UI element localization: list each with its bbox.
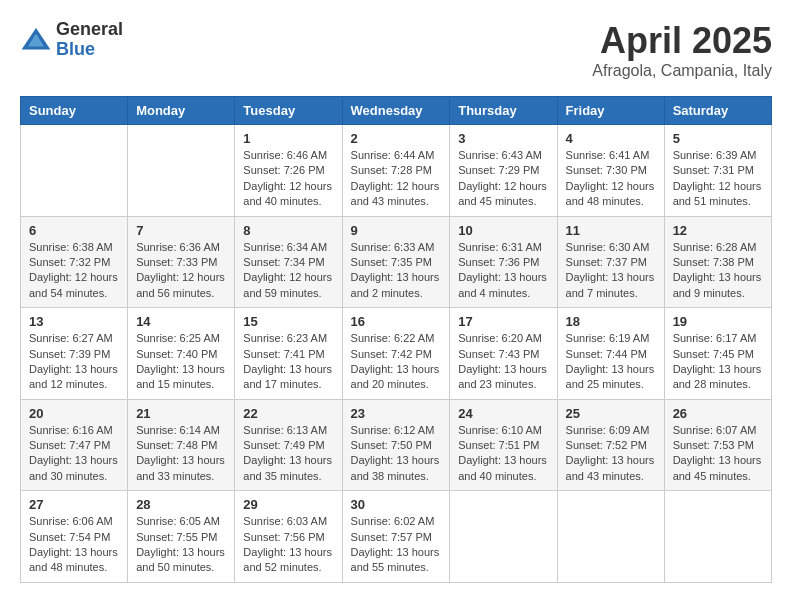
- calendar-cell: 6Sunrise: 6:38 AM Sunset: 7:32 PM Daylig…: [21, 216, 128, 308]
- header-day: Sunday: [21, 97, 128, 125]
- day-info: Sunrise: 6:43 AM Sunset: 7:29 PM Dayligh…: [458, 148, 548, 210]
- day-info: Sunrise: 6:23 AM Sunset: 7:41 PM Dayligh…: [243, 331, 333, 393]
- calendar-cell: 29Sunrise: 6:03 AM Sunset: 7:56 PM Dayli…: [235, 491, 342, 583]
- day-info: Sunrise: 6:16 AM Sunset: 7:47 PM Dayligh…: [29, 423, 119, 485]
- day-info: Sunrise: 6:39 AM Sunset: 7:31 PM Dayligh…: [673, 148, 763, 210]
- calendar-cell: 22Sunrise: 6:13 AM Sunset: 7:49 PM Dayli…: [235, 399, 342, 491]
- header-day: Saturday: [664, 97, 771, 125]
- calendar-cell: 1Sunrise: 6:46 AM Sunset: 7:26 PM Daylig…: [235, 125, 342, 217]
- calendar-cell: 7Sunrise: 6:36 AM Sunset: 7:33 PM Daylig…: [128, 216, 235, 308]
- day-info: Sunrise: 6:27 AM Sunset: 7:39 PM Dayligh…: [29, 331, 119, 393]
- calendar-cell: 27Sunrise: 6:06 AM Sunset: 7:54 PM Dayli…: [21, 491, 128, 583]
- calendar-cell: 28Sunrise: 6:05 AM Sunset: 7:55 PM Dayli…: [128, 491, 235, 583]
- day-number: 15: [243, 314, 333, 329]
- calendar-cell: [450, 491, 557, 583]
- day-info: Sunrise: 6:46 AM Sunset: 7:26 PM Dayligh…: [243, 148, 333, 210]
- calendar-cell: 10Sunrise: 6:31 AM Sunset: 7:36 PM Dayli…: [450, 216, 557, 308]
- day-number: 7: [136, 223, 226, 238]
- calendar-cell: 24Sunrise: 6:10 AM Sunset: 7:51 PM Dayli…: [450, 399, 557, 491]
- day-number: 10: [458, 223, 548, 238]
- calendar-cell: 14Sunrise: 6:25 AM Sunset: 7:40 PM Dayli…: [128, 308, 235, 400]
- calendar-cell: 20Sunrise: 6:16 AM Sunset: 7:47 PM Dayli…: [21, 399, 128, 491]
- day-number: 22: [243, 406, 333, 421]
- day-info: Sunrise: 6:41 AM Sunset: 7:30 PM Dayligh…: [566, 148, 656, 210]
- day-info: Sunrise: 6:02 AM Sunset: 7:57 PM Dayligh…: [351, 514, 442, 576]
- day-info: Sunrise: 6:14 AM Sunset: 7:48 PM Dayligh…: [136, 423, 226, 485]
- day-info: Sunrise: 6:34 AM Sunset: 7:34 PM Dayligh…: [243, 240, 333, 302]
- day-info: Sunrise: 6:22 AM Sunset: 7:42 PM Dayligh…: [351, 331, 442, 393]
- calendar-cell: 18Sunrise: 6:19 AM Sunset: 7:44 PM Dayli…: [557, 308, 664, 400]
- day-number: 8: [243, 223, 333, 238]
- calendar-cell: 19Sunrise: 6:17 AM Sunset: 7:45 PM Dayli…: [664, 308, 771, 400]
- calendar-week-row: 6Sunrise: 6:38 AM Sunset: 7:32 PM Daylig…: [21, 216, 772, 308]
- calendar-cell: 3Sunrise: 6:43 AM Sunset: 7:29 PM Daylig…: [450, 125, 557, 217]
- day-info: Sunrise: 6:05 AM Sunset: 7:55 PM Dayligh…: [136, 514, 226, 576]
- day-info: Sunrise: 6:09 AM Sunset: 7:52 PM Dayligh…: [566, 423, 656, 485]
- day-info: Sunrise: 6:38 AM Sunset: 7:32 PM Dayligh…: [29, 240, 119, 302]
- calendar-week-row: 13Sunrise: 6:27 AM Sunset: 7:39 PM Dayli…: [21, 308, 772, 400]
- calendar-cell: 13Sunrise: 6:27 AM Sunset: 7:39 PM Dayli…: [21, 308, 128, 400]
- day-info: Sunrise: 6:33 AM Sunset: 7:35 PM Dayligh…: [351, 240, 442, 302]
- calendar-table: SundayMondayTuesdayWednesdayThursdayFrid…: [20, 96, 772, 583]
- day-number: 27: [29, 497, 119, 512]
- logo-text: General Blue: [56, 20, 123, 60]
- calendar-cell: 15Sunrise: 6:23 AM Sunset: 7:41 PM Dayli…: [235, 308, 342, 400]
- day-number: 1: [243, 131, 333, 146]
- header-day: Friday: [557, 97, 664, 125]
- day-info: Sunrise: 6:03 AM Sunset: 7:56 PM Dayligh…: [243, 514, 333, 576]
- day-number: 18: [566, 314, 656, 329]
- calendar-cell: 23Sunrise: 6:12 AM Sunset: 7:50 PM Dayli…: [342, 399, 450, 491]
- day-info: Sunrise: 6:36 AM Sunset: 7:33 PM Dayligh…: [136, 240, 226, 302]
- calendar-cell: 21Sunrise: 6:14 AM Sunset: 7:48 PM Dayli…: [128, 399, 235, 491]
- day-number: 2: [351, 131, 442, 146]
- calendar-cell: 16Sunrise: 6:22 AM Sunset: 7:42 PM Dayli…: [342, 308, 450, 400]
- logo: General Blue: [20, 20, 123, 60]
- calendar-cell: [21, 125, 128, 217]
- logo-blue: Blue: [56, 40, 123, 60]
- header-day: Monday: [128, 97, 235, 125]
- day-number: 12: [673, 223, 763, 238]
- day-info: Sunrise: 6:13 AM Sunset: 7:49 PM Dayligh…: [243, 423, 333, 485]
- day-info: Sunrise: 6:17 AM Sunset: 7:45 PM Dayligh…: [673, 331, 763, 393]
- day-number: 19: [673, 314, 763, 329]
- day-number: 3: [458, 131, 548, 146]
- day-number: 4: [566, 131, 656, 146]
- calendar-cell: 30Sunrise: 6:02 AM Sunset: 7:57 PM Dayli…: [342, 491, 450, 583]
- day-number: 21: [136, 406, 226, 421]
- header-day: Tuesday: [235, 97, 342, 125]
- logo-icon: [20, 24, 52, 56]
- calendar-body: 1Sunrise: 6:46 AM Sunset: 7:26 PM Daylig…: [21, 125, 772, 583]
- calendar-cell: 8Sunrise: 6:34 AM Sunset: 7:34 PM Daylig…: [235, 216, 342, 308]
- day-number: 20: [29, 406, 119, 421]
- day-info: Sunrise: 6:07 AM Sunset: 7:53 PM Dayligh…: [673, 423, 763, 485]
- calendar-cell: 17Sunrise: 6:20 AM Sunset: 7:43 PM Dayli…: [450, 308, 557, 400]
- day-info: Sunrise: 6:30 AM Sunset: 7:37 PM Dayligh…: [566, 240, 656, 302]
- calendar-cell: [664, 491, 771, 583]
- calendar-cell: [557, 491, 664, 583]
- day-info: Sunrise: 6:06 AM Sunset: 7:54 PM Dayligh…: [29, 514, 119, 576]
- day-number: 25: [566, 406, 656, 421]
- location: Afragola, Campania, Italy: [592, 62, 772, 80]
- day-number: 30: [351, 497, 442, 512]
- month-title: April 2025: [592, 20, 772, 62]
- calendar-cell: 25Sunrise: 6:09 AM Sunset: 7:52 PM Dayli…: [557, 399, 664, 491]
- day-info: Sunrise: 6:20 AM Sunset: 7:43 PM Dayligh…: [458, 331, 548, 393]
- day-number: 16: [351, 314, 442, 329]
- day-number: 29: [243, 497, 333, 512]
- day-number: 5: [673, 131, 763, 146]
- day-info: Sunrise: 6:25 AM Sunset: 7:40 PM Dayligh…: [136, 331, 226, 393]
- day-number: 28: [136, 497, 226, 512]
- title-area: April 2025 Afragola, Campania, Italy: [592, 20, 772, 80]
- calendar-cell: 5Sunrise: 6:39 AM Sunset: 7:31 PM Daylig…: [664, 125, 771, 217]
- day-number: 6: [29, 223, 119, 238]
- day-info: Sunrise: 6:44 AM Sunset: 7:28 PM Dayligh…: [351, 148, 442, 210]
- day-number: 26: [673, 406, 763, 421]
- calendar-cell: 9Sunrise: 6:33 AM Sunset: 7:35 PM Daylig…: [342, 216, 450, 308]
- day-info: Sunrise: 6:28 AM Sunset: 7:38 PM Dayligh…: [673, 240, 763, 302]
- calendar-cell: 26Sunrise: 6:07 AM Sunset: 7:53 PM Dayli…: [664, 399, 771, 491]
- day-info: Sunrise: 6:31 AM Sunset: 7:36 PM Dayligh…: [458, 240, 548, 302]
- day-info: Sunrise: 6:19 AM Sunset: 7:44 PM Dayligh…: [566, 331, 656, 393]
- day-number: 11: [566, 223, 656, 238]
- logo-general: General: [56, 20, 123, 40]
- calendar-week-row: 1Sunrise: 6:46 AM Sunset: 7:26 PM Daylig…: [21, 125, 772, 217]
